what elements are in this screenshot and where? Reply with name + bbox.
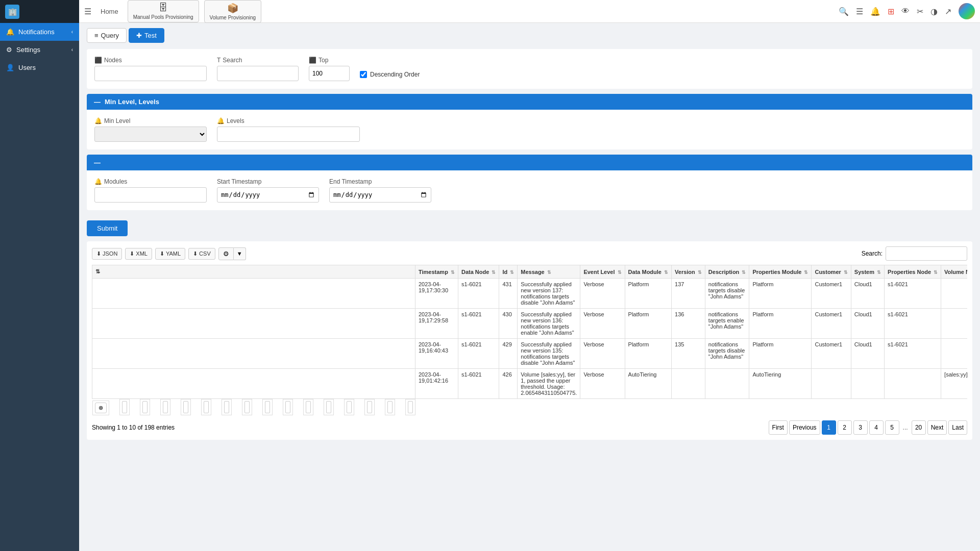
table-search-input[interactable] (886, 246, 967, 261)
filter-tier-usage[interactable] (408, 401, 413, 413)
th-timestamp[interactable]: Timestamp ⇅ (415, 265, 458, 279)
th-version[interactable]: Version ⇅ (672, 265, 705, 279)
filter-version[interactable] (244, 401, 250, 413)
volume-provisioning-button[interactable]: 📦 Volume Provisioning (204, 0, 262, 23)
start-timestamp-input[interactable] (217, 187, 319, 203)
volume-provisioning-label: Volume Provisioning (210, 15, 256, 20)
th-system[interactable]: System ⇅ (851, 265, 884, 279)
table-section: ⬇ JSON ⬇ XML ⬇ YAML ⬇ CSV ⚙ (87, 241, 972, 440)
red-square-icon[interactable]: ⊞ (888, 7, 894, 16)
table-toolbar: ⬇ JSON ⬇ XML ⬇ YAML ⬇ CSV ⚙ (92, 246, 967, 261)
th-properties-node[interactable]: Properties Node ⇅ (885, 265, 941, 279)
row-selector[interactable] (92, 369, 415, 399)
pagination-last-button[interactable]: Last (948, 420, 967, 435)
table-cell: Platform (625, 309, 671, 339)
row-selector[interactable] (92, 279, 415, 309)
export-json-button[interactable]: ⬇ JSON (92, 248, 122, 260)
pagination-page-5[interactable]: 5 (885, 420, 899, 435)
th-customer[interactable]: Customer ⇅ (812, 265, 851, 279)
descending-order-checkbox[interactable] (360, 71, 367, 78)
table-cell: Volume [sales:yy], tier 1, passed the up… (518, 369, 580, 399)
hamburger-menu-icon[interactable]: ☰ (84, 7, 91, 16)
tab-query[interactable]: ≡ Query (87, 28, 127, 43)
modules-input[interactable] (94, 187, 207, 203)
filter-data-module[interactable] (224, 401, 229, 413)
row-selector[interactable] (92, 339, 415, 369)
scissors-icon[interactable]: ✂ (917, 7, 923, 16)
pagination-page-4[interactable]: 4 (869, 420, 884, 435)
filter-event-level[interactable] (204, 401, 209, 413)
th-sort[interactable]: ⇅ (92, 265, 415, 279)
levels-bell-icon: 🔔 (217, 117, 225, 124)
min-level-section-title: Min Level, Levels (105, 98, 159, 106)
row-selector[interactable] (92, 309, 415, 339)
home-button[interactable]: Home (96, 6, 122, 17)
table-cell (941, 279, 967, 309)
filter-tier-level[interactable] (387, 401, 393, 413)
filter-id[interactable] (163, 401, 168, 413)
submit-button[interactable]: Submit (87, 220, 128, 236)
table-cell (941, 309, 967, 339)
filter-description[interactable] (265, 401, 270, 413)
pagination-page-20[interactable]: 20 (912, 420, 926, 435)
table-cell: 135 (672, 339, 705, 369)
sidebar-item-notifications[interactable]: 🔔 Notifications ‹ (0, 23, 79, 41)
column-settings-dropdown-button[interactable]: ▼ (234, 247, 246, 260)
table-cell: 2023-04-19,01:42:16 (415, 369, 458, 399)
table-cell (851, 369, 884, 399)
pagination-page-1[interactable]: 1 (822, 420, 836, 435)
filter-properties-module[interactable] (285, 401, 290, 413)
sidebar-item-settings[interactable]: ⚙ Settings ‹ (0, 41, 79, 59)
filter-customer[interactable] (306, 401, 311, 413)
contrast-icon[interactable]: ◑ (930, 7, 938, 16)
filter-system[interactable] (326, 401, 331, 413)
export-icon[interactable]: ↗ (945, 7, 951, 16)
filter-volume-name[interactable] (367, 401, 372, 413)
th-id[interactable]: Id ⇅ (499, 265, 518, 279)
filter-message[interactable] (183, 401, 188, 413)
th-data-node[interactable]: Data Node ⇅ (458, 265, 499, 279)
sidebar-item-users[interactable]: 👤 Users (0, 59, 79, 77)
filter-timestamp[interactable] (122, 401, 127, 413)
pagination-next-button[interactable]: Next (927, 420, 947, 435)
table-cell: 429 (499, 339, 518, 369)
tab-test[interactable]: ✚ Test (129, 28, 164, 43)
search-icon[interactable]: 🔍 (839, 7, 849, 16)
pagination-first-button[interactable]: First (769, 420, 788, 435)
eye-icon[interactable]: 👁 (901, 7, 910, 16)
bell-icon[interactable]: 🔔 (870, 7, 880, 16)
search-input[interactable] (217, 66, 299, 81)
export-csv-button[interactable]: ⬇ CSV (188, 248, 215, 260)
column-settings-button[interactable]: ⚙ (218, 247, 234, 260)
min-level-section-header[interactable]: — Min Level, Levels (87, 94, 972, 110)
main-area: ☰ Home 🗄 Manual Pools Provisioning 📦 Vol… (79, 0, 980, 551)
end-timestamp-input[interactable] (329, 187, 431, 203)
modules-field: 🔔 Modules (94, 178, 207, 203)
export-xml-button[interactable]: ⬇ XML (125, 248, 152, 260)
filter-properties-node[interactable] (347, 401, 352, 413)
table-cell: Platform (749, 279, 812, 309)
table-cell: AutoTiering (625, 369, 671, 399)
nodes-label: ⬛ Nodes (94, 57, 207, 64)
levels-input[interactable] (217, 127, 360, 142)
th-properties-module[interactable]: Properties Module ⇅ (749, 265, 812, 279)
nodes-input[interactable] (94, 66, 207, 81)
filter-data-node[interactable] (142, 401, 148, 413)
min-level-select[interactable] (94, 127, 207, 142)
list-icon[interactable]: ☰ (856, 7, 863, 16)
descending-order-label: Descending Order (370, 71, 420, 78)
download-yaml-icon: ⬇ (160, 251, 164, 257)
th-volume-name[interactable]: Volume Name ⇅ (941, 265, 967, 279)
pagination-page-3[interactable]: 3 (853, 420, 868, 435)
pagination-previous-button[interactable]: Previous (789, 420, 820, 435)
export-yaml-button[interactable]: ⬇ YAML (155, 248, 185, 260)
clear-filters-button[interactable]: ⊗ (95, 403, 107, 413)
top-input[interactable] (309, 66, 350, 81)
th-data-module[interactable]: Data Module ⇅ (625, 265, 671, 279)
modules-section-header[interactable]: — (87, 155, 972, 170)
th-description[interactable]: Description ⇅ (705, 265, 749, 279)
th-event-level[interactable]: Event Level ⇅ (580, 265, 625, 279)
manual-pools-button[interactable]: 🗄 Manual Pools Provisioning (128, 0, 199, 22)
pagination-page-2[interactable]: 2 (838, 420, 852, 435)
th-message[interactable]: Message ⇅ (518, 265, 580, 279)
